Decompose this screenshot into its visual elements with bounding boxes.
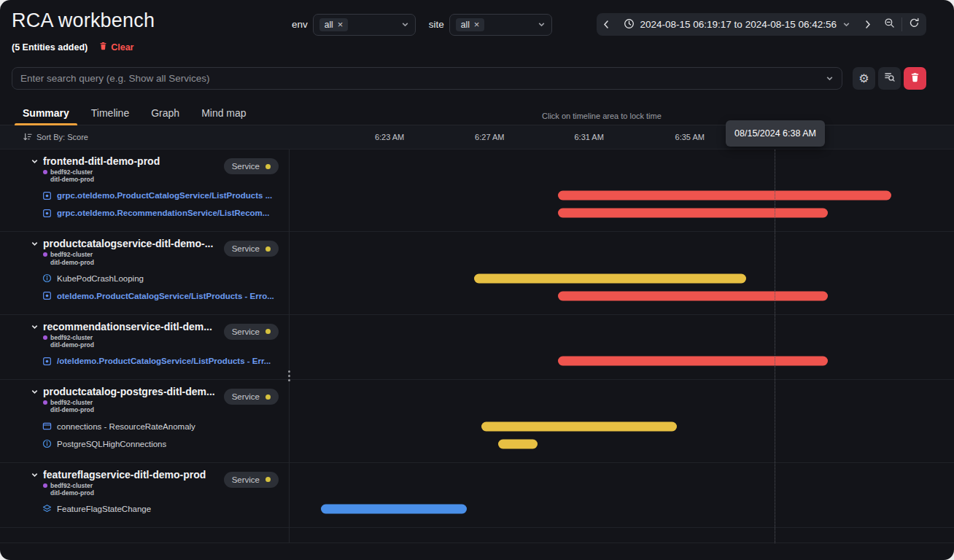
search-input[interactable]: [20, 73, 820, 84]
item-label[interactable]: grpc.oteldemo.ProductCatalogService/List…: [57, 191, 272, 200]
chevron-down-icon[interactable]: [31, 158, 39, 166]
zoom-out-icon: [884, 18, 895, 31]
entity-name[interactable]: recommendationservice-ditl-dem...: [43, 321, 212, 332]
trash-icon: [910, 72, 920, 85]
badge-dot: [265, 477, 271, 482]
cluster-dot: [43, 400, 47, 405]
search-list-button[interactable]: [878, 67, 901, 90]
item-label[interactable]: connections - ResourceRateAnomaly: [57, 422, 195, 431]
search-query-box[interactable]: [12, 67, 842, 90]
site-filter-dropdown[interactable]: all ×: [449, 14, 552, 36]
site-filter-chip: all ×: [456, 18, 485, 31]
zoom-out-button[interactable]: [877, 13, 901, 36]
settings-button[interactable]: ⚙: [853, 67, 875, 90]
entity-name[interactable]: productcatalogservice-ditl-demo-...: [43, 238, 213, 249]
timeline-bar[interactable]: [481, 421, 677, 431]
timeline-content: frontend-ditl-demo-prod bedf92-cluster d…: [0, 149, 954, 560]
tab-graph[interactable]: Graph: [140, 101, 190, 125]
entity-type-badge: Service: [224, 472, 279, 488]
namespace-name: ditl-demo-prod: [50, 489, 94, 497]
page-title: RCA workbench: [12, 9, 155, 32]
entity-group: recommendationservice-ditl-dem... bedf92…: [0, 315, 954, 380]
remove-env-filter-icon[interactable]: ×: [338, 20, 344, 29]
badge-dot: [265, 394, 271, 400]
env-filter-dropdown[interactable]: all ×: [313, 14, 416, 36]
timeline-bar[interactable]: [558, 191, 891, 201]
tab-mind-map[interactable]: Mind map: [190, 101, 257, 125]
entity-name[interactable]: productcatalog-postgres-ditl-dem...: [43, 386, 214, 397]
item-label[interactable]: grpc.oteldemo.RecommendationService/List…: [57, 209, 269, 217]
badge-dot: [265, 246, 271, 252]
refresh-button[interactable]: [902, 13, 926, 36]
item-label[interactable]: /oteldemo.ProductCatalogService/ListProd…: [57, 357, 271, 365]
search-list-icon: [884, 71, 895, 85]
cluster-dot: [43, 483, 47, 488]
cluster-dot: [43, 252, 47, 257]
namespace-name: ditl-demo-prod: [50, 406, 94, 413]
env-filter-label: env: [292, 19, 308, 30]
panel-resize-handle[interactable]: [284, 370, 294, 381]
endpoint-icon: [42, 357, 52, 366]
cluster-name: bedf92-cluster: [50, 251, 94, 258]
site-filter-value: all: [461, 20, 470, 30]
env-filter-value: all: [325, 20, 333, 30]
timeline-bar[interactable]: [474, 273, 745, 283]
delete-workbench-button[interactable]: [904, 67, 926, 90]
bottom-divider: [0, 542, 954, 543]
top-controls: env all × site all × 2024-08-15 06:19:17…: [292, 13, 926, 36]
namespace-name: ditl-demo-prod: [50, 341, 94, 349]
remove-site-filter-icon[interactable]: ×: [474, 20, 480, 29]
chevron-down-icon: [538, 20, 546, 28]
entity-name[interactable]: featureflagservice-ditl-demo-prod: [43, 469, 206, 481]
timeline-bar[interactable]: [498, 439, 538, 448]
timeline-bar[interactable]: [321, 504, 467, 513]
chevron-down-icon[interactable]: [31, 388, 39, 396]
timeline-bar[interactable]: [558, 357, 828, 366]
time-range-display[interactable]: 2024-08-15 06:19:17 to 2024-08-15 06:42:…: [616, 13, 858, 36]
entity-type-badge: Service: [224, 389, 279, 405]
badge-dot: [265, 164, 271, 169]
locked-time-tooltip: 08/15/2024 6:38 AM: [726, 120, 825, 147]
endpoint-icon: [42, 191, 52, 201]
cluster-dot: [43, 335, 47, 340]
timeline-bar[interactable]: [558, 291, 828, 300]
cluster-name: bedf92-cluster: [50, 399, 94, 406]
tab-timeline[interactable]: Timeline: [80, 101, 140, 125]
sort-by-control[interactable]: Sort By: Score: [0, 132, 88, 143]
item-label[interactable]: KubePodCrashLooping: [57, 274, 144, 283]
entity-type-badge: Service: [224, 158, 279, 174]
tab-summary[interactable]: Summary: [12, 101, 80, 125]
info-icon: [42, 439, 52, 448]
chevron-down-icon: [826, 74, 834, 82]
endpoint-icon: [42, 291, 52, 300]
badge-dot: [265, 329, 271, 334]
entities-subrow: (5 Entities added) Clear: [12, 42, 133, 52]
badge-label: Service: [232, 475, 260, 484]
search-row: ⚙: [12, 67, 926, 90]
time-tick: 6:23 AM: [375, 133, 404, 141]
time-tick: 6:35 AM: [675, 133, 705, 141]
gear-icon: ⚙: [858, 73, 869, 85]
chevron-down-icon: [842, 20, 850, 28]
time-shift-back-button[interactable]: [597, 13, 616, 36]
entity-name[interactable]: frontend-ditl-demo-prod: [43, 155, 160, 167]
trash-icon: [99, 42, 107, 52]
entity-group: frontend-ditl-demo-prod bedf92-cluster d…: [0, 149, 954, 232]
event-layers-icon: [42, 504, 52, 513]
chevron-down-icon[interactable]: [31, 471, 39, 479]
namespace-name: ditl-demo-prod: [50, 176, 94, 183]
clear-entities-button[interactable]: Clear: [99, 42, 133, 52]
timeline-bar[interactable]: [558, 209, 828, 218]
time-shift-forward-button[interactable]: [858, 13, 877, 36]
tab-label: Graph: [151, 107, 179, 119]
chevron-down-icon[interactable]: [31, 240, 39, 248]
cluster-name: bedf92-cluster: [50, 482, 94, 489]
tab-label: Summary: [23, 107, 69, 119]
site-filter-label: site: [429, 19, 444, 30]
item-label[interactable]: PostgreSQLHighConnections: [57, 440, 166, 448]
item-label[interactable]: FeatureFlagStateChange: [57, 505, 151, 513]
item-label[interactable]: oteldemo.ProductCatalogService/ListProdu…: [57, 292, 274, 300]
chevron-down-icon[interactable]: [31, 323, 39, 331]
env-filter-chip: all ×: [319, 18, 349, 31]
entities-count: (5 Entities added): [12, 42, 88, 52]
